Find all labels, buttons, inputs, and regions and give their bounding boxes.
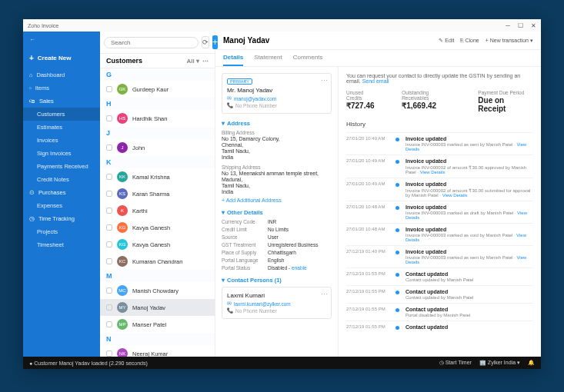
customer-list[interactable]: GGKGurdeep KaurHHSHardhik ShanJJJohnKKKK… — [100, 68, 215, 357]
sidebar-item-sign-invoices[interactable]: Sign Invoices — [23, 147, 100, 160]
phone-icon: 📞 — [227, 102, 233, 108]
customer-name: Kavya Ganesh — [132, 224, 170, 231]
view-details-link[interactable]: View Details — [405, 142, 526, 151]
tab-statement[interactable]: Statement — [254, 50, 282, 66]
list-item[interactable]: NKNeeraj Kumar — [100, 345, 215, 357]
view-details-link[interactable]: View Details — [442, 193, 468, 198]
sidebar-item-dashboard[interactable]: ⌂ Dashboard — [23, 68, 100, 81]
avatar: HS — [117, 113, 128, 124]
plus-icon: + — [29, 54, 34, 62]
detail-row: Portal LanguageEnglish — [222, 257, 332, 263]
list-item[interactable]: MPManser Patel — [100, 316, 215, 333]
list-item[interactable]: KGKavya Ganesh — [100, 219, 215, 236]
detail-row: Currency CodeINR — [222, 219, 332, 224]
notifications-icon[interactable]: 🔔 — [528, 360, 535, 366]
sidebar-item-payments[interactable]: Payments Received — [23, 160, 100, 173]
contact-persons-toggle[interactable]: ▾ Contact Persons (1) — [222, 277, 332, 284]
avatar: KG — [117, 239, 128, 250]
stat: Payment Due PeriodDue on Receipt — [478, 90, 533, 113]
checkbox[interactable] — [106, 241, 112, 247]
checkbox[interactable] — [106, 208, 112, 214]
avatar: GK — [117, 84, 128, 95]
list-item[interactable]: KSKaran Sharma — [100, 185, 215, 202]
new-transaction-button[interactable]: + New transaction ▾ — [486, 38, 533, 44]
more-icon[interactable]: ⋯ — [202, 58, 209, 65]
list-item[interactable]: MCManish Chowdary — [100, 282, 215, 299]
checkbox[interactable] — [106, 115, 112, 121]
timeline-dot-icon — [395, 138, 399, 141]
mail-icon: ✉ — [227, 95, 232, 101]
list-item[interactable]: MYManoj Yadav — [100, 299, 215, 316]
list-item[interactable]: KKKamal Krishna — [100, 168, 215, 185]
enable-link[interactable]: enable — [292, 265, 307, 271]
edit-button[interactable]: ✎ Edit — [439, 38, 454, 44]
filter-dropdown[interactable]: All ▾ — [187, 58, 199, 65]
sidebar-item-estimates[interactable]: Estimates — [23, 121, 100, 134]
checkbox[interactable] — [106, 287, 112, 294]
checkbox[interactable] — [106, 191, 112, 197]
list-item[interactable]: KCKumaran Chandran — [100, 253, 215, 270]
list-title: Customers — [106, 57, 142, 65]
history-header: History — [346, 121, 533, 128]
sidebar-item-items[interactable]: ▫ Items — [23, 81, 100, 95]
sidebar-section-time[interactable]: ◷Time Tracking — [23, 212, 100, 225]
contact-name: Mr. Manoj Yadav — [227, 87, 326, 94]
sidebar-section-purchases[interactable]: ⊙Purchases — [23, 186, 100, 199]
other-details-toggle[interactable]: ▾ Other Details — [222, 209, 332, 216]
sidebar-item-projects[interactable]: Projects — [23, 225, 100, 238]
org-switcher[interactable]: 🏢 Zylker India ▾ — [479, 360, 520, 366]
card-menu-icon[interactable]: ⋯ — [321, 77, 328, 85]
sidebar-item-timesheet[interactable]: Timesheet — [23, 238, 100, 251]
minimize-icon[interactable]: ─ — [506, 22, 510, 29]
timeline-dot-icon — [395, 326, 399, 330]
send-email-link[interactable]: Send email — [362, 78, 389, 84]
checkbox[interactable] — [106, 304, 112, 311]
customer-name: Hardhik Shan — [132, 115, 167, 122]
avatar: KC — [117, 256, 128, 267]
add-address-link[interactable]: + Add Additional Address — [222, 198, 332, 203]
refresh-button[interactable]: ⟳ — [202, 36, 209, 48]
checkbox[interactable] — [106, 145, 112, 151]
detail-row: Portal StatusDisabled - enable — [222, 265, 332, 271]
checkbox[interactable] — [106, 321, 112, 327]
checkbox[interactable] — [106, 350, 112, 357]
timeline-dot-icon — [395, 273, 399, 277]
address-section-toggle[interactable]: ▾ Address — [222, 120, 332, 127]
maximize-icon[interactable]: ☐ — [518, 22, 523, 29]
start-timer-button[interactable]: ◷ Start Timer — [439, 360, 472, 366]
view-details-link[interactable]: View Details — [405, 255, 526, 264]
sidebar-item-expenses[interactable]: Expenses — [23, 199, 100, 212]
create-new-button[interactable]: + Create New — [29, 51, 94, 65]
detail-row: GST TreatmentUnregistered Business — [222, 242, 332, 247]
sidebar-section-sales[interactable]: 🛍Sales — [23, 95, 100, 108]
checkbox[interactable] — [106, 258, 112, 264]
history-row: 27/12/19 01:55 PMContact updatedContact … — [346, 285, 533, 303]
view-details-link[interactable]: View Details — [405, 211, 527, 220]
checkbox[interactable] — [106, 174, 112, 180]
customer-name: Kamal Krishna — [132, 174, 170, 181]
history-row: 27/01/20 10:49 AMInvoice updatedInvoice … — [346, 154, 533, 178]
list-item[interactable]: KGKavya Ganesh — [100, 236, 215, 253]
list-item[interactable]: JJohn — [100, 139, 215, 156]
tab-details[interactable]: Details — [223, 50, 243, 66]
search-input[interactable] — [104, 37, 199, 48]
statusbar: ● Customer Manoj Yadav loaded (2.290 sec… — [23, 357, 541, 369]
view-details-link[interactable]: View Details — [420, 170, 446, 174]
app-title: Zoho Invoice — [28, 23, 58, 28]
sidebar-item-customers[interactable]: Customers — [23, 108, 100, 121]
view-details-link[interactable]: View Details — [405, 233, 526, 242]
list-item[interactable]: GKGurdeep Kaur — [100, 81, 215, 98]
clone-button[interactable]: ⎘ Clone — [460, 38, 479, 43]
sidebar-item-credit-notes[interactable]: Credit Notes — [23, 173, 100, 186]
checkbox[interactable] — [106, 224, 112, 231]
checkbox[interactable] — [106, 86, 112, 92]
list-item[interactable]: HSHardhik Shan — [100, 110, 215, 127]
avatar: KS — [117, 188, 128, 199]
close-icon[interactable]: ✕ — [531, 22, 536, 29]
contact-menu-icon[interactable]: ⋯ — [321, 291, 328, 298]
tab-comments[interactable]: Comments — [293, 50, 323, 66]
primary-badge: PRIMARY — [227, 78, 252, 85]
back-icon[interactable]: ← — [29, 36, 35, 43]
sidebar-item-invoices[interactable]: Invoices — [23, 134, 100, 147]
list-item[interactable]: KKarthi — [100, 202, 215, 219]
